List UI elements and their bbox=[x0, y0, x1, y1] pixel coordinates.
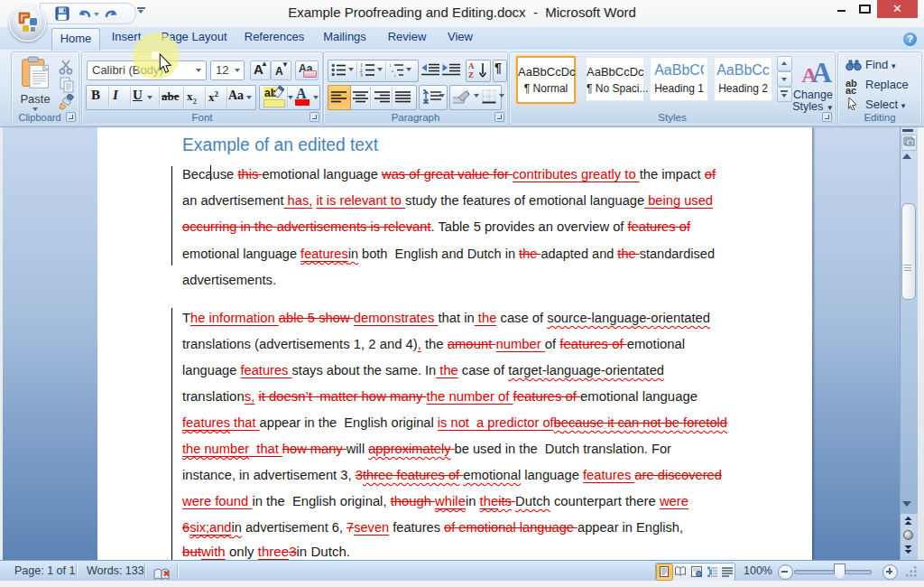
svg-text:3: 3 bbox=[360, 72, 363, 77]
svg-text:a: a bbox=[392, 69, 394, 73]
svg-text:1: 1 bbox=[389, 63, 392, 68]
svg-text:i: i bbox=[394, 73, 396, 77]
